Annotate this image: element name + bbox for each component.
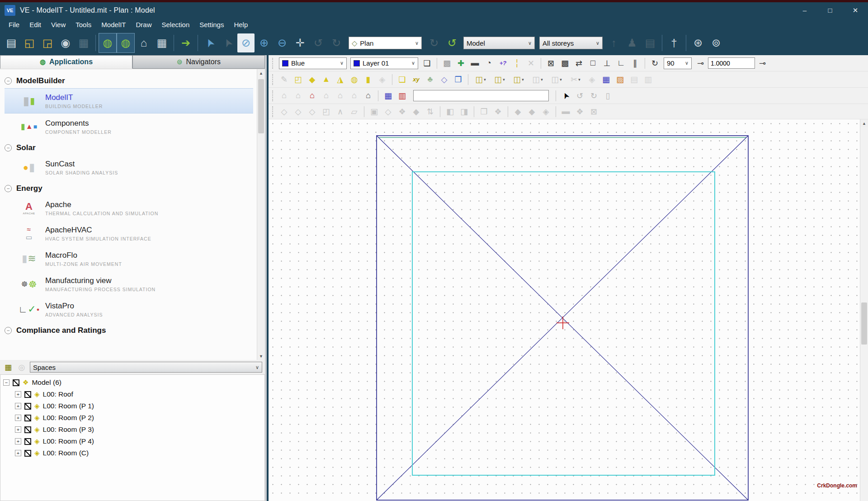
rotate-space-90-icon[interactable]: ◰ bbox=[320, 105, 333, 118]
app-apache[interactable]: AAPACHE Apache THERMAL CALCULATION AND S… bbox=[5, 196, 253, 220]
menu-tools[interactable]: Tools bbox=[71, 19, 96, 30]
space-op-3-icon[interactable]: ⌂ bbox=[306, 90, 319, 102]
tree-row-roof[interactable]: + ◈ L00: Roof bbox=[3, 388, 264, 400]
visibility-checkbox[interactable] bbox=[24, 403, 31, 410]
opening-tool-icon[interactable]: ◫▾ bbox=[547, 73, 566, 86]
snap-angle-icon[interactable]: ∟ bbox=[614, 57, 627, 70]
world-view-icon[interactable]: ⊚ bbox=[708, 33, 725, 52]
tree-row-room-p4[interactable]: + ◈ L00: Room (P 4) bbox=[3, 435, 264, 447]
panel-tool-a-icon[interactable]: ▤ bbox=[627, 73, 641, 86]
rotate-space-y-icon[interactable]: ◇ bbox=[292, 105, 305, 118]
app-components[interactable]: ▮▲■ Components COMPONENT MODELLER bbox=[5, 114, 253, 139]
maximize-button[interactable]: □ bbox=[817, 2, 843, 18]
app-modelit[interactable]: ▮▮ ModelIT BUILDING MODELLER bbox=[5, 88, 253, 113]
ruler-icon[interactable]: ▬ bbox=[468, 57, 481, 70]
visibility-checkbox[interactable] bbox=[24, 391, 31, 398]
canvas-scrollbar[interactable]: ▲ bbox=[860, 119, 868, 501]
visibility-checkbox[interactable] bbox=[24, 438, 31, 445]
applications-grid-icon[interactable]: ◍ bbox=[117, 33, 134, 52]
app-suncast[interactable]: ●▮ SunCast SOLAR SHADING ANALYSIS bbox=[5, 155, 253, 180]
grid-display-icon[interactable]: ▩ bbox=[440, 57, 453, 70]
scrollbar-thumb[interactable] bbox=[258, 79, 264, 133]
menu-modelit[interactable]: ModelIT bbox=[96, 19, 131, 30]
space-surfaces-icon[interactable]: ❖ bbox=[573, 105, 586, 118]
assign-construction-icon[interactable]: ▦ bbox=[382, 90, 395, 102]
scroll-up-icon[interactable]: ▲ bbox=[257, 69, 265, 77]
new-project-icon[interactable]: ▤ bbox=[3, 33, 20, 52]
reorder-spaces-icon[interactable]: ⇅ bbox=[424, 105, 437, 118]
visibility-checkbox[interactable] bbox=[13, 379, 19, 386]
expand-toggle[interactable]: + bbox=[15, 403, 21, 409]
expand-toggle[interactable]: + bbox=[15, 391, 21, 397]
layer-options-icon[interactable]: ❏ bbox=[420, 57, 434, 70]
expand-toggle[interactable]: + bbox=[15, 415, 21, 421]
extrude-shape-icon[interactable]: ◰ bbox=[292, 73, 305, 86]
window-grid-icon[interactable]: ▦ bbox=[599, 73, 613, 86]
visibility-checkbox[interactable] bbox=[24, 426, 31, 433]
close-button[interactable]: ✕ bbox=[843, 2, 868, 18]
snap-clear-icon[interactable]: ✕ bbox=[524, 57, 538, 70]
vegetation-icon[interactable]: ♣ bbox=[424, 73, 437, 86]
draw-rectangle-icon[interactable]: □ bbox=[586, 57, 599, 70]
pyramid-shape-icon[interactable]: ▲ bbox=[320, 73, 333, 86]
protractor-icon[interactable]: ◔ bbox=[482, 57, 495, 70]
toolbar-grip[interactable] bbox=[272, 74, 275, 85]
copy-selection-icon[interactable]: ❐ bbox=[477, 105, 491, 118]
paste-selection-icon[interactable]: ❖ bbox=[491, 105, 505, 118]
view-undo-icon[interactable]: ↺ bbox=[310, 33, 327, 52]
edit-undo-icon[interactable]: ↺ bbox=[573, 90, 586, 102]
toolbar-grip[interactable] bbox=[272, 58, 275, 69]
space-op-6-icon[interactable]: ⌂ bbox=[348, 90, 361, 102]
menu-draw[interactable]: Draw bbox=[131, 19, 157, 30]
export-model-icon[interactable]: ➔ bbox=[177, 33, 194, 52]
hatch-surface-icon[interactable]: ▨ bbox=[613, 73, 627, 86]
cube-shape-icon[interactable]: ◆ bbox=[306, 73, 319, 86]
window-tool-icon[interactable]: ◫▾ bbox=[528, 73, 547, 86]
shapes-disabled-icon[interactable]: ◈ bbox=[585, 73, 599, 86]
scrollbar-thumb[interactable] bbox=[861, 302, 867, 345]
move-space-icon[interactable]: ◇ bbox=[382, 105, 395, 118]
visibility-checkbox[interactable] bbox=[24, 450, 31, 457]
xy-coordinates-icon[interactable]: xy bbox=[410, 73, 423, 86]
scroll-up-icon[interactable]: ▲ bbox=[860, 119, 868, 127]
space-op-4-icon[interactable]: ⌂ bbox=[320, 90, 333, 102]
display-content-dropdown[interactable]: Model ∨ bbox=[463, 37, 535, 49]
delete-selection-icon[interactable]: ▯ bbox=[601, 90, 614, 102]
tree-row-model[interactable]: − ❖ Model (6) bbox=[3, 377, 264, 388]
angle-rotate-icon[interactable]: ↻ bbox=[648, 57, 661, 70]
walkthrough-icon[interactable]: ↻ bbox=[425, 33, 443, 52]
applications-home-icon[interactable]: ◍ bbox=[99, 33, 116, 52]
mirror-space-icon[interactable]: ∧ bbox=[334, 105, 347, 118]
regenerate-model-icon[interactable]: ↺ bbox=[443, 33, 461, 52]
draw-color-dropdown[interactable]: Blue ∨ bbox=[279, 57, 347, 69]
angle-dropdown[interactable]: 90 ∨ bbox=[664, 57, 692, 69]
open-project-icon[interactable]: ◱ bbox=[21, 33, 38, 52]
view-mode-dropdown[interactable]: ◇ Plan ∨ bbox=[349, 37, 422, 49]
expand-toggle[interactable]: + bbox=[15, 426, 21, 433]
expand-toggle[interactable]: + bbox=[15, 450, 21, 456]
duplicate-space-icon[interactable]: ◆ bbox=[410, 105, 423, 118]
assign-thermal-icon[interactable]: ▥ bbox=[396, 90, 409, 102]
copy-space-icon[interactable]: ❖ bbox=[396, 105, 409, 118]
toolbar-grip[interactable] bbox=[272, 90, 275, 101]
space-op-7-icon[interactable]: ⌂ bbox=[362, 90, 375, 102]
visibility-checkbox[interactable] bbox=[24, 415, 31, 421]
app-vistapro[interactable]: ∟✓● VistaPro ADVANCED ANALYSIS bbox=[5, 297, 253, 321]
sketch-tool-icon[interactable]: ✎ bbox=[278, 73, 291, 86]
copy-plane-icon[interactable]: ❐ bbox=[452, 73, 465, 86]
zoom-window-icon[interactable]: ⊘ bbox=[237, 33, 255, 52]
collapse-toggle[interactable]: − bbox=[3, 379, 9, 386]
collapse-section-icon[interactable]: − bbox=[5, 77, 12, 85]
plane-tool-icon[interactable]: ◇ bbox=[438, 73, 451, 86]
collapse-section-icon[interactable]: − bbox=[5, 144, 12, 151]
app-apachehvac[interactable]: ≈▭ ApacheHVAC HVAC SYSTEM SIMULATION INT… bbox=[5, 221, 253, 246]
pointer-mode-icon[interactable]: ➤ bbox=[559, 90, 572, 102]
shape-disabled-icon[interactable]: ◈ bbox=[376, 73, 389, 86]
space-grid-icon[interactable]: ▦ bbox=[3, 363, 14, 372]
pin-tool-icon[interactable]: † bbox=[665, 33, 683, 52]
collapse-section-icon[interactable]: − bbox=[5, 327, 12, 334]
menu-file[interactable]: File bbox=[4, 19, 24, 30]
tree-row-room-p1[interactable]: + ◈ L00: Room (P 1) bbox=[3, 400, 264, 412]
select-tool-icon[interactable]: ➤ bbox=[201, 33, 218, 52]
report-disabled-icon[interactable]: ▤ bbox=[642, 33, 659, 52]
